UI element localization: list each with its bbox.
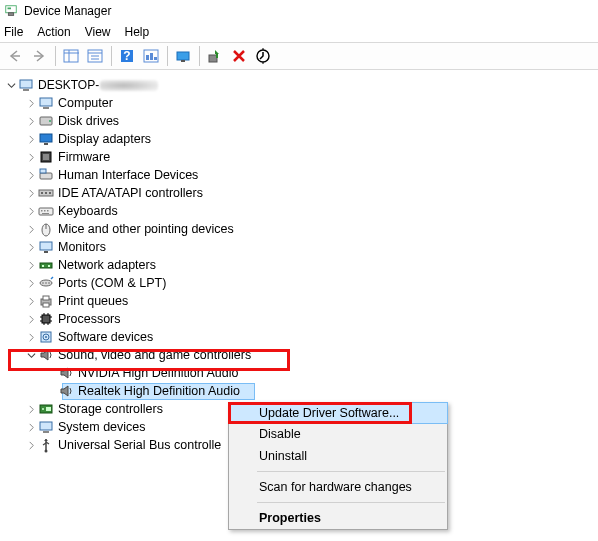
- show-hide-tree-button[interactable]: [60, 45, 82, 67]
- tree-child-item[interactable]: NVIDIA High Definition Audio: [2, 364, 596, 382]
- tree-item[interactable]: Software devices: [2, 328, 596, 346]
- sound-icon: [58, 383, 74, 399]
- svg-rect-21: [20, 80, 32, 88]
- svg-rect-23: [40, 98, 52, 106]
- software-icon: [38, 329, 54, 345]
- storage-icon: [38, 401, 54, 417]
- tree-child-label: NVIDIA High Definition Audio: [78, 366, 239, 380]
- svg-rect-32: [40, 169, 46, 173]
- system-icon: [38, 419, 54, 435]
- tree-item[interactable]: Keyboards: [2, 202, 596, 220]
- tree-item[interactable]: Ports (COM & LPT): [2, 274, 596, 292]
- tree-item-label: Software devices: [58, 330, 153, 344]
- ctx-update-driver[interactable]: Update Driver Software...: [228, 402, 448, 424]
- forward-button[interactable]: [28, 45, 50, 67]
- tree-item[interactable]: Print queues: [2, 292, 596, 310]
- network-icon: [38, 257, 54, 273]
- properties-button[interactable]: [84, 45, 106, 67]
- expand-arrow-icon[interactable]: [24, 96, 38, 110]
- svg-text:?: ?: [123, 49, 130, 63]
- context-menu: Update Driver Software... Disable Uninst…: [228, 402, 448, 530]
- svg-point-69: [42, 408, 44, 410]
- computer-icon: [18, 77, 34, 93]
- svg-rect-54: [43, 296, 49, 300]
- action-button[interactable]: [140, 45, 162, 67]
- svg-rect-39: [44, 210, 46, 212]
- svg-rect-41: [42, 213, 49, 214]
- tree-item[interactable]: Sound, video and game controllers: [2, 346, 596, 364]
- expand-arrow-open-icon[interactable]: [24, 348, 38, 362]
- expand-arrow-icon[interactable]: [24, 222, 38, 236]
- expand-arrow-icon[interactable]: [24, 330, 38, 344]
- expand-arrow-icon[interactable]: [24, 132, 38, 146]
- expand-arrow-icon[interactable]: [24, 258, 38, 272]
- expand-arrow-open-icon[interactable]: [4, 78, 18, 92]
- expand-arrow-icon[interactable]: [24, 402, 38, 416]
- enable-button[interactable]: [204, 45, 226, 67]
- menu-file[interactable]: File: [4, 25, 23, 39]
- help-button[interactable]: ?: [116, 45, 138, 67]
- svg-rect-13: [146, 55, 149, 60]
- expand-arrow-icon[interactable]: [24, 438, 38, 452]
- uninstall-button[interactable]: [228, 45, 250, 67]
- svg-rect-22: [23, 89, 29, 91]
- tree-item[interactable]: Human Interface Devices: [2, 166, 596, 184]
- tree-item[interactable]: Network adapters: [2, 256, 596, 274]
- expand-arrow-icon[interactable]: [24, 240, 38, 254]
- tree-child-item[interactable]: Realtek High Definition Audio: [2, 382, 596, 400]
- toolbar-separator: [52, 45, 58, 67]
- svg-rect-40: [47, 210, 49, 212]
- ctx-uninstall[interactable]: Uninstall: [229, 445, 447, 467]
- ctx-properties[interactable]: Properties: [229, 507, 447, 529]
- processor-icon: [38, 311, 54, 327]
- menu-help[interactable]: Help: [125, 25, 150, 39]
- tree-item[interactable]: IDE ATA/ATAPI controllers: [2, 184, 596, 202]
- expand-arrow-icon[interactable]: [24, 150, 38, 164]
- printer-icon: [38, 293, 54, 309]
- expand-arrow-icon[interactable]: [24, 168, 38, 182]
- tree-item[interactable]: Computer: [2, 94, 596, 112]
- svg-rect-71: [40, 422, 52, 430]
- expand-arrow-icon[interactable]: [24, 420, 38, 434]
- expand-arrow-icon[interactable]: [24, 186, 38, 200]
- expand-arrow-icon[interactable]: [24, 294, 38, 308]
- svg-rect-34: [41, 192, 43, 194]
- svg-rect-27: [40, 134, 52, 142]
- menu-view[interactable]: View: [85, 25, 111, 39]
- tree-item-label: Human Interface Devices: [58, 168, 198, 182]
- svg-rect-38: [41, 210, 43, 212]
- expand-arrow-icon[interactable]: [24, 204, 38, 218]
- svg-rect-46: [40, 263, 52, 268]
- tree-item[interactable]: Disk drives: [2, 112, 596, 130]
- svg-rect-28: [44, 143, 48, 145]
- ctx-scan[interactable]: Scan for hardware changes: [229, 476, 447, 498]
- tree-item-label: Sound, video and game controllers: [58, 348, 251, 362]
- scan-hardware-button[interactable]: [252, 45, 274, 67]
- back-button[interactable]: [4, 45, 26, 67]
- ctx-disable[interactable]: Disable: [229, 423, 447, 445]
- expand-arrow-icon[interactable]: [24, 276, 38, 290]
- tree-root-label: DESKTOP-: [38, 78, 158, 92]
- svg-rect-17: [181, 60, 185, 62]
- tree-item[interactable]: Mice and other pointing devices: [2, 220, 596, 238]
- tree-item[interactable]: Display adapters: [2, 130, 596, 148]
- menu-action[interactable]: Action: [37, 25, 70, 39]
- no-arrow: [44, 384, 58, 398]
- tree-item-label: Storage controllers: [58, 402, 163, 416]
- tree-item-label: Network adapters: [58, 258, 156, 272]
- tree-root[interactable]: DESKTOP-: [2, 76, 596, 94]
- tree-item-label: Display adapters: [58, 132, 151, 146]
- tree-item[interactable]: Firmware: [2, 148, 596, 166]
- ctx-separator: [257, 471, 445, 472]
- expand-arrow-icon[interactable]: [24, 312, 38, 326]
- svg-rect-44: [40, 242, 52, 250]
- tree-item[interactable]: Monitors: [2, 238, 596, 256]
- tree-item-label: Mice and other pointing devices: [58, 222, 234, 236]
- hid-icon: [38, 167, 54, 183]
- svg-rect-18: [209, 55, 217, 62]
- update-driver-button[interactable]: [172, 45, 194, 67]
- expand-arrow-icon[interactable]: [24, 114, 38, 128]
- tree-item-label: Ports (COM & LPT): [58, 276, 166, 290]
- tree-item[interactable]: Processors: [2, 310, 596, 328]
- titlebar: Device Manager: [0, 0, 598, 22]
